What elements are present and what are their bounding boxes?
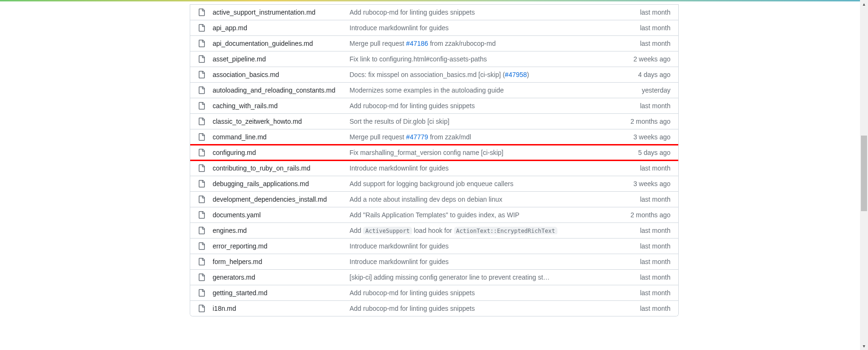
commit-message-link[interactable]: Introduce markdownlint for guides (350, 164, 449, 172)
scrollbar-track[interactable]: ▴ ▾ (860, 0, 868, 316)
file-row: autoloading_and_reloading_constants.mdMo… (190, 82, 678, 98)
file-icon (198, 227, 205, 234)
scroll-up-arrow[interactable]: ▴ (860, 0, 868, 8)
file-name-link[interactable]: form_helpers.md (213, 258, 350, 265)
commit-message-link[interactable]: Fix marshalling_format_version config na… (350, 149, 504, 156)
commit-message-text: from zzak/rubocop-md (428, 40, 496, 47)
commit-message-text: Docs: fix misspel on association_basics.… (350, 71, 505, 78)
file-icon (198, 180, 205, 188)
commit-time: 3 weeks ago (609, 133, 671, 141)
commit-message-text: Modernizes some examples in the autoload… (350, 86, 504, 94)
file-name-link[interactable]: configuring.md (213, 149, 350, 156)
commit-message-link[interactable]: [skip-ci] adding missing config generato… (350, 273, 550, 281)
commit-message: Introduce markdownlint for guides (350, 258, 609, 265)
commit-message-text: Add rubocop-md for linting guides snippe… (350, 289, 475, 297)
commit-message-text: ) (527, 71, 529, 78)
file-name-link[interactable]: api_documentation_guidelines.md (213, 40, 350, 47)
commit-time: 2 weeks ago (609, 55, 671, 63)
commit-message-link[interactable]: Add support for logging background job e… (350, 180, 514, 188)
commit-message-link[interactable]: Fix link to configuring.html#config-asse… (350, 55, 487, 63)
file-name-link[interactable]: command_line.md (213, 133, 350, 141)
file-name-link[interactable]: error_reporting.md (213, 242, 350, 250)
file-row: engines.mdAdd ActiveSupport load hook fo… (190, 222, 678, 238)
commit-message-text: Introduce markdownlint for guides (350, 24, 449, 32)
file-name-link[interactable]: documents.yaml (213, 211, 350, 219)
file-name-link[interactable]: development_dependencies_install.md (213, 196, 350, 203)
commit-message-text: Fix link to configuring.html#config-asse… (350, 55, 487, 63)
file-name-link[interactable]: debugging_rails_applications.md (213, 180, 350, 188)
commit-message: Introduce markdownlint for guides (350, 164, 609, 172)
file-icon (198, 55, 205, 63)
file-row: command_line.mdMerge pull request #47779… (190, 129, 678, 145)
file-name-link[interactable]: i18n.md (213, 305, 350, 312)
commit-message-link[interactable]: Docs: fix misspel on association_basics.… (350, 71, 530, 78)
file-name-link[interactable]: classic_to_zeitwerk_howto.md (213, 118, 350, 125)
commit-message: Add rubocop-md for linting guides snippe… (350, 289, 609, 297)
commit-message-link[interactable]: Add ActiveSupport load hook for ActionTe… (350, 227, 557, 234)
file-name-link[interactable]: getting_started.md (213, 289, 350, 297)
commit-message: Docs: fix misspel on association_basics.… (350, 71, 609, 78)
commit-time: last month (609, 242, 671, 250)
file-icon (198, 164, 205, 172)
file-row: generators.md[skip-ci] adding missing co… (190, 269, 678, 285)
issue-link[interactable]: #47186 (406, 40, 428, 47)
commit-message-link[interactable]: Add a note about installing dev deps on … (350, 196, 503, 203)
commit-message-link[interactable]: Add rubocop-md for linting guides snippe… (350, 102, 475, 110)
scrollbar-thumb[interactable] (861, 136, 867, 211)
commit-time: 3 weeks ago (609, 180, 671, 188)
commit-time: last month (609, 102, 671, 110)
file-name-link[interactable]: engines.md (213, 227, 350, 234)
commit-message: [skip-ci] adding missing config generato… (350, 273, 609, 281)
file-icon (198, 86, 205, 94)
file-row: development_dependencies_install.mdAdd a… (190, 191, 678, 207)
commit-message-link[interactable]: Modernizes some examples in the autoload… (350, 86, 504, 94)
commit-message-text: [skip-ci] adding missing config generato… (350, 273, 550, 281)
file-row: api_app.mdIntroduce markdownlint for gui… (190, 20, 678, 35)
commit-message-link[interactable]: Merge pull request #47779 from zzak/mdl (350, 133, 472, 141)
file-icon (198, 305, 205, 312)
file-name-link[interactable]: association_basics.md (213, 71, 350, 78)
commit-message-link[interactable]: Add rubocop-md for linting guides snippe… (350, 289, 475, 297)
file-row: caching_with_rails.mdAdd rubocop-md for … (190, 98, 678, 113)
file-row: classic_to_zeitwerk_howto.mdSort the res… (190, 113, 678, 129)
issue-link[interactable]: #47958 (505, 71, 527, 78)
commit-message: Fix marshalling_format_version config na… (350, 149, 609, 156)
commit-time: last month (609, 305, 671, 312)
file-icon (198, 196, 205, 203)
commit-message-link[interactable]: Merge pull request #47186 from zzak/rubo… (350, 40, 496, 47)
file-name-link[interactable]: generators.md (213, 273, 350, 281)
commit-message-link[interactable]: Introduce markdownlint for guides (350, 242, 449, 250)
file-name-link[interactable]: contributing_to_ruby_on_rails.md (213, 164, 350, 172)
commit-message-text: Add support for logging background job e… (350, 180, 514, 188)
commit-message-link[interactable]: Introduce markdownlint for guides (350, 258, 449, 265)
commit-message-link[interactable]: Add rubocop-md for linting guides snippe… (350, 305, 475, 312)
file-icon (198, 40, 205, 47)
issue-link[interactable]: #47779 (406, 133, 428, 141)
commit-message: Add rubocop-md for linting guides snippe… (350, 102, 609, 110)
file-row: error_reporting.mdIntroduce markdownlint… (190, 238, 678, 254)
commit-message-link[interactable]: Add rubocop-md for linting guides snippe… (350, 9, 475, 16)
file-icon (198, 149, 205, 156)
commit-message-link[interactable]: Add "Rails Application Templates" to gui… (350, 211, 520, 219)
file-name-link[interactable]: caching_with_rails.md (213, 102, 350, 110)
file-row: debugging_rails_applications.mdAdd suppo… (190, 176, 678, 191)
file-icon (198, 118, 205, 125)
commit-time: 4 days ago (609, 71, 671, 78)
file-name-link[interactable]: asset_pipeline.md (213, 55, 350, 63)
file-icon (198, 289, 205, 297)
file-icon (198, 24, 205, 32)
file-name-link[interactable]: api_app.md (213, 24, 350, 32)
commit-message: Introduce markdownlint for guides (350, 242, 609, 250)
commit-message: Modernizes some examples in the autoload… (350, 86, 609, 94)
file-name-link[interactable]: active_support_instrumentation.md (213, 9, 350, 16)
file-row: association_basics.mdDocs: fix misspel o… (190, 67, 678, 82)
file-row: i18n.mdAdd rubocop-md for linting guides… (190, 300, 678, 316)
commit-time: yesterday (609, 86, 671, 94)
commit-message-link[interactable]: Introduce markdownlint for guides (350, 24, 449, 32)
commit-message: Introduce markdownlint for guides (350, 24, 609, 32)
file-row: getting_started.mdAdd rubocop-md for lin… (190, 285, 678, 300)
file-name-link[interactable]: autoloading_and_reloading_constants.md (213, 86, 350, 94)
commit-time: last month (609, 289, 671, 297)
commit-message-text: Add rubocop-md for linting guides snippe… (350, 102, 475, 110)
commit-message-link[interactable]: Sort the results of Dir.glob [ci skip] (350, 118, 450, 125)
